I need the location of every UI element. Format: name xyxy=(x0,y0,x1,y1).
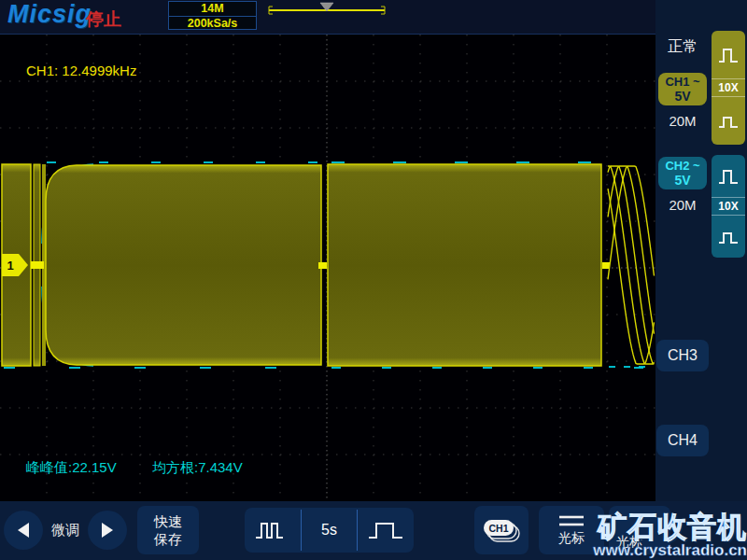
ch2-button[interactable]: CH2 ~ 5V xyxy=(658,157,707,189)
timebase-value[interactable]: 5s xyxy=(302,508,358,553)
ch1-probe-column[interactable]: 10X xyxy=(712,31,745,145)
ch2-probe-column[interactable]: 10X xyxy=(712,155,745,258)
cursor-lines-icon xyxy=(557,514,585,527)
wide-pulse-icon xyxy=(367,518,404,542)
cursor-button[interactable]: 光标 xyxy=(539,506,604,554)
ch1-marker-number: 1 xyxy=(7,259,13,273)
trigger-source-label: CH1 xyxy=(488,523,508,534)
timebase-control: 5s xyxy=(245,508,414,553)
cursor-label-2: 光标 xyxy=(616,534,642,551)
acquisition-info-box[interactable]: 14M 200kSa/s xyxy=(168,1,257,30)
brand-logo: Micsig xyxy=(7,0,92,29)
fine-tune-label: 微调 xyxy=(43,522,88,539)
ch1-button[interactable]: CH1 ~ 5V xyxy=(658,73,707,105)
sample-rate: 200kSa/s xyxy=(169,16,256,30)
ch3-button[interactable]: CH3 xyxy=(656,340,709,371)
ch1-pulse-icon[interactable] xyxy=(712,31,745,78)
ch2-pulse-icon[interactable] xyxy=(712,155,745,197)
run-state-label[interactable]: 停止 xyxy=(86,7,121,32)
waveform-display: 1 CH1: 12.4999kHz 峰峰值:22.15V 均方根:7.434V xyxy=(0,34,655,501)
ch2-pulse-icon-2[interactable] xyxy=(712,216,745,258)
bottom-toolbar: 微调 快速 保存 5s CH1 光标 xyxy=(0,501,747,560)
timebase-zoom-out-button[interactable] xyxy=(358,508,414,553)
memory-position-slider[interactable] xyxy=(264,1,389,18)
step-left-button[interactable] xyxy=(4,511,43,550)
channel-sidebar: 正常 CH1 ~ 5V 20M 10X CH2 ~ 5V 20M 10X CH3… xyxy=(655,0,747,501)
measurement-peak-to-peak: 峰峰值:22.15V xyxy=(26,459,117,477)
measurement-rms: 均方根:7.434V xyxy=(152,459,243,477)
ch1-sine-cycles xyxy=(608,166,655,364)
ch1-bandwidth-label: 20M xyxy=(655,113,710,129)
memory-depth: 14M xyxy=(169,2,256,16)
stacked-channel-pill-icon: CH1 xyxy=(478,511,525,549)
ch1-burst-envelope xyxy=(2,164,610,366)
top-bar: Micsig 停止 14M 200kSa/s xyxy=(0,0,747,34)
waveform-graphics: 1 xyxy=(0,35,655,502)
ch1-pulse-icon-2[interactable] xyxy=(712,97,745,145)
ch1-probe-label: 10X xyxy=(718,79,738,96)
quick-save-button[interactable]: 快速 保存 xyxy=(137,506,199,554)
arrow-right-icon xyxy=(100,522,115,539)
trigger-mode-label: 正常 xyxy=(655,37,710,57)
cursor-button-2[interactable]: 光标 xyxy=(609,506,670,554)
frequency-readout: CH1: 12.4999kHz xyxy=(26,63,136,78)
narrow-pulses-icon xyxy=(254,518,291,542)
timebase-zoom-in-button[interactable] xyxy=(245,508,301,553)
step-right-button[interactable] xyxy=(88,511,127,550)
ch2-bandwidth-label: 20M xyxy=(655,197,710,213)
trigger-source-button[interactable]: CH1 xyxy=(474,506,529,554)
ch2-probe-label: 10X xyxy=(718,198,738,215)
ch4-button[interactable]: CH4 xyxy=(656,425,709,456)
cursor-label: 光标 xyxy=(558,530,585,547)
arrow-left-icon xyxy=(16,522,31,539)
